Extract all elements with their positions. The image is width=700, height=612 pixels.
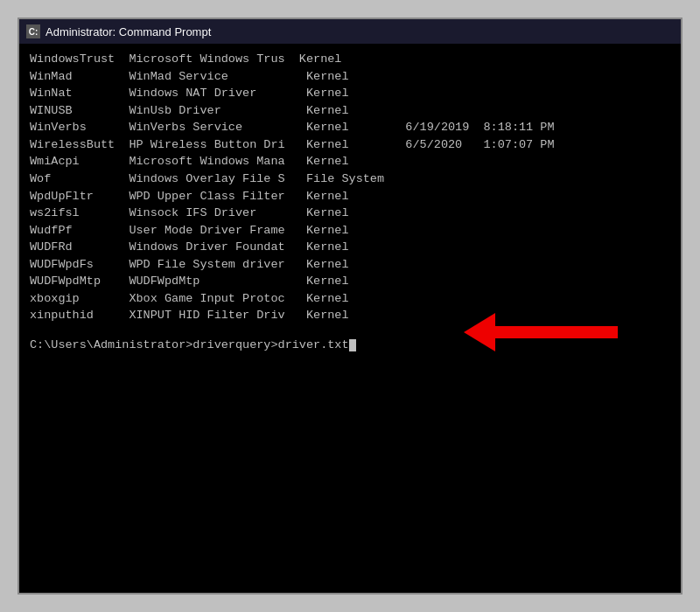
table-row: xboxgip Xbox Game Input Protoc Kernel: [30, 290, 670, 308]
table-row: ws2ifsl Winsock IFS Driver Kernel: [30, 205, 670, 222]
title-bar: C: Administrator: Command Prompt: [19, 19, 681, 44]
table-row: WinMad WinMad Service Kernel: [30, 68, 670, 86]
table-row: WinVerbs WinVerbs Service Kernel 6/19/20…: [30, 119, 670, 136]
command-prompt-area: C:\Users\Administrator>driverquery>drive…: [30, 338, 670, 351]
cursor: [349, 339, 356, 351]
arrow-head: [464, 313, 495, 351]
terminal-content[interactable]: WindowsTrust Microsoft Windows Trus Kern…: [19, 44, 681, 593]
table-row: WudfPf User Mode Driver Frame Kernel: [30, 222, 670, 240]
table-row: WINUSB WinUsb Driver Kernel: [30, 102, 670, 120]
command-prompt-window: C: Administrator: Command Prompt Windows…: [18, 17, 682, 595]
title-bar-icon: C:: [26, 24, 40, 38]
red-arrow: [466, 313, 618, 351]
table-row: WUDFRd Windows Driver Foundat Kernel: [30, 239, 670, 256]
table-row: WmiAcpi Microsoft Windows Mana Kernel: [30, 153, 670, 170]
table-row: WUDFWpdMtp WUDFWpdMtp Kernel: [30, 273, 670, 290]
table-row: WUDFWpdFs WPD File System driver Kernel: [30, 256, 670, 274]
terminal-lines: WindowsTrust Microsoft Windows Trus Kern…: [30, 51, 670, 324]
table-row: WpdUpFltr WPD Upper Class Filter Kernel: [30, 188, 670, 205]
prompt-text: C:\Users\Administrator>driverquery>drive…: [30, 338, 349, 351]
cmd-icon-text: C:: [29, 27, 38, 37]
table-row: Wof Windows Overlay File S File System: [30, 170, 670, 188]
table-row: WindowsTrust Microsoft Windows Trus Kern…: [30, 51, 670, 68]
table-row: WirelessButt HP Wireless Button Dri Kern…: [30, 136, 670, 154]
window-title: Administrator: Command Prompt: [46, 25, 211, 38]
table-row: WinNat Windows NAT Driver Kernel: [30, 85, 670, 102]
arrow-line: [495, 326, 618, 338]
